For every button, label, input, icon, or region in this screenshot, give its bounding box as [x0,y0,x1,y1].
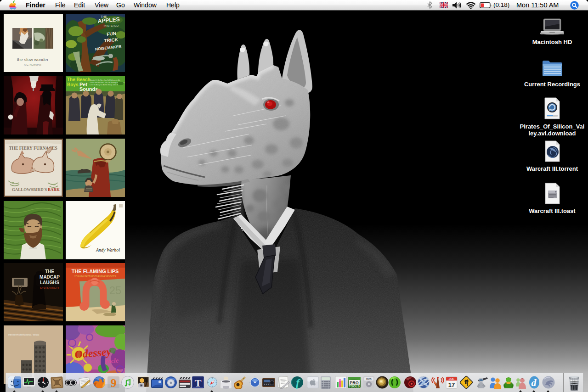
svg-text:BARK: BARK [48,187,60,192]
svg-text:THE: THE [101,15,107,18]
svg-text:9: 9 [111,376,117,389]
svg-text:TOOLS: TOOLS [349,385,360,388]
svg-text:T: T [195,377,202,389]
svg-text:Boys: Boys [67,82,79,87]
svg-text:THE FLAMING LIPS: THE FLAMING LIPS [72,269,119,274]
svg-text:IN STEREO: IN STEREO [104,24,119,27]
svg-text:A.C. NEWMAN: A.C. NEWMAN [24,63,41,66]
svg-text:25: 25 [109,284,122,297]
svg-text:17: 17 [448,381,455,388]
svg-text:Andy Warhol: Andy Warhol [96,247,120,252]
svg-text:LAUGHS: LAUGHS [40,280,60,285]
svg-text:Let's Go Away for Awhile Sloo: Let's Go Away for Awhile Sloop John B [90,84,118,86]
svg-text:MADCAP: MADCAP [40,274,60,280]
svg-text:JUL: JUL [449,377,454,381]
svg-text:Sounds: Sounds [79,86,98,92]
svg-text:THE: THE [45,269,54,274]
svg-text:SYD BARRETT: SYD BARRETT [40,286,59,289]
svg-text:d: d [531,377,537,388]
svg-text:Wouldn't It Be Nice You Still: Wouldn't It Be Nice You Still Believe in… [90,79,120,81]
svg-text:YOSHIMI BATTLES THE PINK ROBOT: YOSHIMI BATTLES THE PINK ROBOTS [74,275,116,278]
svg-text:GALLOWSBIRD'S: GALLOWSBIRD'S [12,187,47,192]
svg-text:yankeehotelfoxtrot / wilco: yankeehotelfoxtrot / wilco [8,333,40,336]
svg-text:the slow wonder: the slow wonder [17,57,49,62]
svg-text:PRO: PRO [350,381,359,385]
svg-text:DVD: DVD [366,378,372,381]
